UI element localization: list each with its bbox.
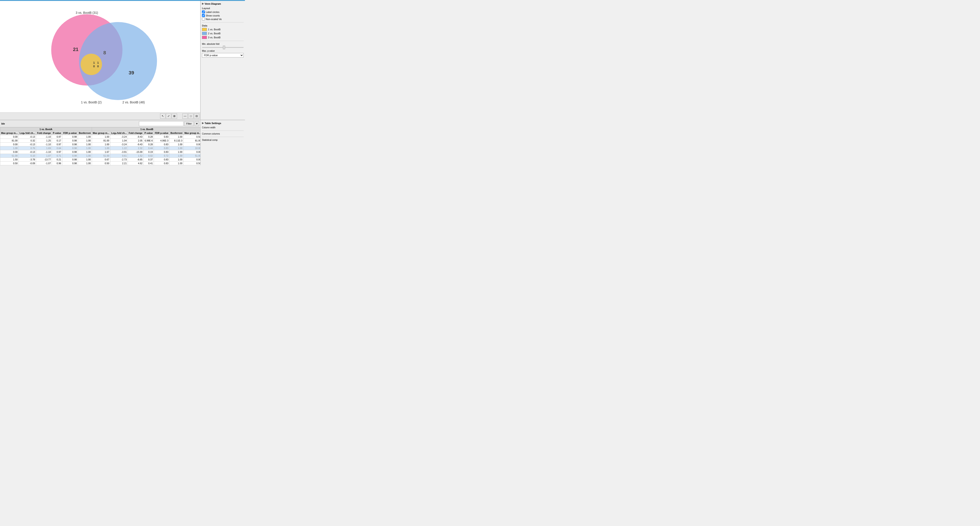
cell-r2-c5: 1.00: [78, 143, 92, 147]
cursor-tool-btn[interactable]: ↖: [160, 113, 165, 119]
filter-button[interactable]: Filter: [185, 121, 194, 126]
cell-r6-c2: -13.77: [36, 158, 52, 161]
data-item-3-label: 3 vs. BootB: [208, 36, 220, 39]
table-row: 0.00-0.13-1.100.970.981.001.00-3.24-9.43…: [0, 135, 200, 139]
cell-r7-c4: 0.98: [62, 161, 78, 165]
cell-r7-c10: 0.83: [154, 161, 169, 165]
common-columns-label: Common columns: [202, 132, 243, 135]
label-circles-row: Label circles: [202, 11, 243, 13]
data-item-1: 1 vs. BootB: [202, 28, 243, 31]
min-fold-slider-row: [202, 47, 243, 48]
min-fold-slider-track: [202, 47, 243, 48]
cell-r1-c9: 6.99E-6: [143, 139, 154, 143]
table-row: 81.000.321.250.170.981.0081.001.042.056.…: [0, 139, 200, 143]
table-row: 0.50-0.09-1.070.960.981.000.502.214.620.…: [0, 161, 200, 165]
table-row: 1.50-3.78-13.770.210.981.000.67-2.73-6.6…: [0, 158, 200, 161]
cell-r6-c7: -2.73: [110, 158, 127, 161]
cell-r3-c10: 0.83: [154, 147, 169, 150]
cell-r3-c1: 0.76: [19, 147, 36, 150]
cell-r6-c12: 0.00: [183, 158, 200, 161]
cell-r1-c8: 2.05: [127, 139, 143, 143]
color-swatch-pink: [202, 36, 207, 39]
cell-r0-c8: -9.43: [127, 135, 143, 139]
cell-r6-c3: 0.21: [52, 158, 62, 161]
table-row: 0.00-0.13-1.100.970.981.001.67-3.91-15.0…: [0, 150, 200, 154]
main-container: 21 8 39 1 1 0 0 3 vs. BootB (31) 1 vs. B…: [0, 1, 245, 120]
table-scroll-area[interactable]: 1 vs. BootA 1 vs. BootB Max group m...Lo…: [0, 127, 200, 165]
non-scaled-checkbox[interactable]: [202, 18, 205, 21]
table-row: 0.00-0.13-1.100.970.981.001.00-3.24-9.43…: [0, 143, 200, 147]
table-panel: ble Filter ▼ 1 vs. BootA 1 vs. BootB Max…: [0, 120, 200, 165]
maximize-btn[interactable]: □: [188, 113, 194, 119]
max-pvalue-dropdown[interactable]: FDR p-value: [202, 53, 243, 57]
cell-r3-c5: 1.00: [78, 147, 92, 150]
cell-r1-c1: 0.32: [19, 139, 36, 143]
divider-4: [202, 137, 243, 137]
column-headers-row: Max group m...Log₂ fold ch...Fold change…: [0, 131, 200, 135]
count-0a: 0: [93, 65, 95, 68]
cell-r0-c9: 0.28: [143, 135, 154, 139]
panel-arrow-icon: ▶: [202, 2, 204, 5]
data-item-3: 3 vs. BootB: [202, 36, 243, 39]
venn-bottom-toolbar: ↖ ⤢ ⊞ — □ ⊟: [0, 112, 200, 120]
table-body: 0.00-0.13-1.100.970.981.001.00-3.24-9.43…: [0, 135, 200, 165]
cell-r5-c5: 1.00: [78, 154, 92, 158]
grid-tool-btn[interactable]: ⊞: [172, 113, 177, 119]
show-counts-checkbox[interactable]: [202, 14, 205, 17]
cell-r7-c2: -1.07: [36, 161, 52, 165]
divider-3: [202, 131, 243, 131]
cell-r5-c2: 1.07: [36, 154, 52, 158]
label-circles-checkbox[interactable]: [202, 11, 205, 13]
cell-r5-c0: 51.00: [0, 154, 19, 158]
cell-r4-c5: 1.00: [78, 150, 92, 154]
restore-btn[interactable]: ⊟: [194, 113, 199, 119]
cell-r3-c2: 1.69: [36, 147, 52, 150]
cell-r0-c6: 1.00: [92, 135, 110, 139]
col-header-10: FDR p-value: [154, 131, 169, 135]
cell-r3-c9: 0.44: [143, 147, 154, 150]
cell-r2-c4: 0.98: [62, 143, 78, 147]
cell-r2-c7: -3.24: [110, 143, 127, 147]
count-1b: 1: [97, 61, 99, 64]
venn-diagram[interactable]: 21 8 39 1 1 0 0 3 vs. BootB (31) 1 vs. B…: [22, 5, 178, 108]
cell-r5-c11: 1.00: [169, 154, 183, 158]
cell-r2-c6: 1.00: [92, 143, 110, 147]
data-item-1-label: 1 vs. BootB: [208, 28, 220, 31]
move-tool-btn[interactable]: ⤢: [166, 113, 171, 119]
svg-point-2: [81, 54, 102, 75]
cell-r1-c12: 81.00: [183, 139, 200, 143]
cell-r1-c11: 8.11E-3: [169, 139, 183, 143]
min-fold-slider-thumb[interactable]: [223, 46, 225, 49]
cell-r7-c6: 0.50: [92, 161, 110, 165]
cell-r5-c6: 51.00: [92, 154, 110, 158]
cell-r5-c7: 0.61: [110, 154, 127, 158]
table-title: ble: [2, 122, 5, 125]
cell-r1-c0: 81.00: [0, 139, 19, 143]
group1-header: 1 vs. BootA: [0, 128, 92, 131]
cell-r5-c3: 0.71: [52, 154, 62, 158]
cell-r1-c2: 1.25: [36, 139, 52, 143]
col-header-7: Log₂ fold ch...: [110, 131, 127, 135]
cell-r1-c10: 4.06E-3: [154, 139, 169, 143]
col-header-9: P-value: [143, 131, 154, 135]
cell-r2-c12: 0.00: [183, 143, 200, 147]
cell-r5-c8: 1.52: [127, 154, 143, 158]
minimize-btn[interactable]: —: [182, 113, 188, 119]
cell-r7-c8: 4.62: [127, 161, 143, 165]
venn-area: 21 8 39 1 1 0 0 3 vs. BootB (31) 1 vs. B…: [0, 1, 200, 112]
cell-r6-c6: 0.67: [92, 158, 110, 161]
cell-r4-c12: 0.00: [183, 150, 200, 154]
cell-r7-c7: 2.21: [110, 161, 127, 165]
funnel-icon-btn[interactable]: ▼: [195, 121, 199, 126]
filter-input[interactable]: [139, 121, 183, 126]
col-header-4: FDR p-value: [62, 131, 78, 135]
circle2-label: 2 vs. BootB (48): [122, 100, 145, 104]
table-panel-arrow-icon: ▶: [202, 122, 204, 124]
color-swatch-yellow: [202, 28, 207, 31]
right-settings-panel-bottom: ▶ Table Settings Column width Common col…: [200, 120, 245, 165]
right-settings-panel: ▶ Venn Diagram Layout Label circles Show…: [200, 1, 245, 120]
col-header-0: Max group m...: [0, 131, 19, 135]
data-item-2-label: 2 vs. BootB: [208, 32, 220, 35]
cell-r1-c5: 1.00: [78, 139, 92, 143]
cell-r1-c3: 0.17: [52, 139, 62, 143]
